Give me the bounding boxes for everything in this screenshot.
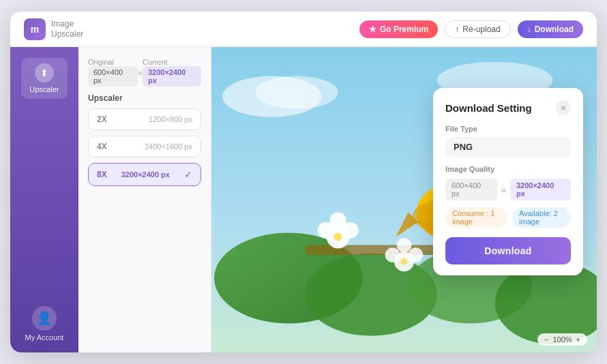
- account-label: My Account: [25, 333, 64, 342]
- account-avatar[interactable]: 👤: [32, 306, 57, 331]
- svg-point-16: [409, 247, 424, 262]
- zoom-in-icon[interactable]: +: [576, 335, 580, 344]
- upscale-multiplier-4x: 4X: [97, 142, 107, 151]
- download-icon: ↓: [527, 25, 531, 34]
- upscale-size-4x: 2400×1600 px: [145, 142, 192, 151]
- svg-point-2: [256, 76, 338, 108]
- quality-from: 600×400 px: [445, 179, 497, 200]
- consume-row: Consume : 1 image Available: 2 image: [445, 207, 571, 228]
- upscale-size-2x: 1200×800 px: [149, 115, 192, 123]
- download-modal-button[interactable]: Download: [445, 237, 571, 264]
- upscale-option-4x[interactable]: 4X 2400×1600 px: [88, 136, 201, 157]
- zoom-out-icon[interactable]: −: [544, 335, 548, 344]
- original-size-badge: 600×400 px: [88, 66, 138, 87]
- logo-area: m Image Upscaler: [24, 18, 83, 40]
- svg-point-12: [330, 212, 346, 228]
- quality-to: 3200×2400 px: [510, 179, 571, 200]
- file-type-label: File Type: [445, 125, 571, 133]
- upscale-multiplier-8x: 8X: [97, 170, 107, 179]
- download-modal: Download Setting × File Type PNG Image Q…: [433, 88, 583, 275]
- modal-close-button[interactable]: ×: [556, 100, 571, 115]
- top-bar-actions: ★ Go Premium ↑ Re-upload ↓ Download: [359, 20, 583, 38]
- available-badge: Available: 2 image: [512, 207, 571, 228]
- upscaler-icon: ⬆: [35, 63, 54, 82]
- current-label: Current: [143, 58, 201, 66]
- app-logo-icon: m: [24, 18, 46, 40]
- upscale-size-8x: 3200×2400 px: [121, 170, 170, 179]
- image-quality-label: Image Quality: [445, 165, 571, 173]
- modal-header: Download Setting ×: [445, 100, 571, 115]
- quality-row: 600×400 px » 3200×2400 px: [445, 179, 571, 200]
- current-size-badge: 3200×2400 px: [143, 66, 201, 87]
- top-bar: m Image Upscaler ★ Go Premium ↑ Re-uploa…: [10, 12, 597, 47]
- svg-point-17: [397, 238, 412, 253]
- file-type-value: PNG: [445, 137, 571, 157]
- svg-point-13: [334, 232, 342, 241]
- size-header: Original 600×400 px » Current 3200×2400 …: [88, 58, 201, 87]
- star-icon: ★: [369, 25, 376, 34]
- sidebar: ⬆ Upscaler 👤 My Account: [10, 47, 78, 352]
- consume-badge: Consume : 1 image: [445, 207, 507, 228]
- upscale-option-2x[interactable]: 2X 1200×800 px: [88, 108, 201, 130]
- zoom-bar: − 100% +: [537, 333, 587, 346]
- upscale-option-8x[interactable]: 8X 3200×2400 px ✓: [88, 163, 201, 186]
- main-area: ⬆ Upscaler 👤 My Account Original 600×400…: [10, 47, 597, 352]
- app-window: m Image Upscaler ★ Go Premium ↑ Re-uploa…: [10, 12, 597, 352]
- original-section: Original 600×400 px: [88, 58, 138, 87]
- svg-point-18: [401, 258, 408, 265]
- check-icon: ✓: [184, 169, 192, 180]
- size-arrow-icon: »: [138, 67, 143, 78]
- upload-icon: ↑: [455, 25, 459, 34]
- image-area: − 100% + Download Setting × File Type PN…: [211, 47, 597, 352]
- sidebar-bottom: 👤 My Account: [25, 306, 64, 342]
- svg-point-15: [385, 247, 400, 262]
- download-top-button[interactable]: ↓ Download: [518, 20, 583, 38]
- left-panel: Original 600×400 px » Current 3200×2400 …: [78, 47, 211, 352]
- zoom-level: 100%: [552, 335, 572, 344]
- quality-arrow-icon: »: [501, 185, 506, 195]
- go-premium-button[interactable]: ★ Go Premium: [359, 20, 438, 38]
- re-upload-button[interactable]: ↑ Re-upload: [445, 20, 510, 38]
- modal-title: Download Setting: [445, 102, 532, 114]
- sidebar-item-label: Upscaler: [29, 85, 59, 93]
- current-section: Current 3200×2400 px: [143, 58, 201, 87]
- upscaler-section-label: Upscaler: [88, 93, 201, 103]
- app-logo-text: Image Upscaler: [51, 19, 83, 39]
- sidebar-item-upscaler[interactable]: ⬆ Upscaler: [21, 58, 67, 99]
- upscale-multiplier-2x: 2X: [97, 115, 107, 124]
- original-label: Original: [88, 58, 138, 66]
